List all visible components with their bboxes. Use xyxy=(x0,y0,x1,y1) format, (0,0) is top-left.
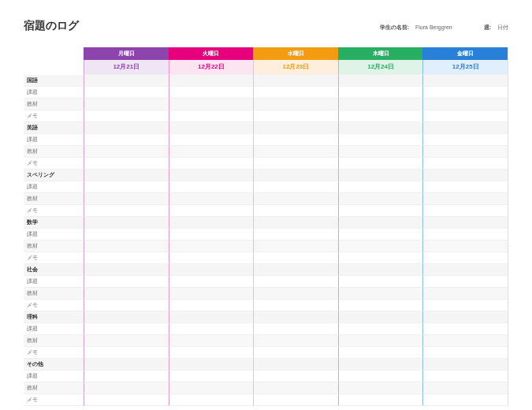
data-cell[interactable] xyxy=(169,158,254,170)
data-cell[interactable] xyxy=(253,134,338,146)
data-cell[interactable] xyxy=(338,288,423,300)
data-cell[interactable] xyxy=(422,193,508,205)
data-cell[interactable] xyxy=(169,371,254,382)
data-cell[interactable] xyxy=(338,193,423,205)
data-cell[interactable] xyxy=(338,229,423,240)
data-cell[interactable] xyxy=(84,240,169,252)
data-cell[interactable] xyxy=(422,99,508,110)
data-cell[interactable] xyxy=(84,382,169,394)
data-cell[interactable] xyxy=(84,205,169,217)
data-cell[interactable] xyxy=(338,181,423,193)
data-cell[interactable] xyxy=(169,240,254,252)
data-cell[interactable] xyxy=(338,205,423,217)
data-cell[interactable] xyxy=(338,99,423,110)
data-cell[interactable] xyxy=(84,288,169,300)
data-cell[interactable] xyxy=(169,134,254,146)
data-cell[interactable] xyxy=(253,347,338,359)
data-cell[interactable] xyxy=(422,134,508,146)
data-cell[interactable] xyxy=(169,323,254,335)
data-cell[interactable] xyxy=(338,276,423,288)
data-cell[interactable] xyxy=(422,323,508,335)
data-cell[interactable] xyxy=(253,394,338,406)
data-cell[interactable] xyxy=(84,300,169,311)
data-cell[interactable] xyxy=(84,276,169,288)
data-cell[interactable] xyxy=(169,276,254,288)
data-cell[interactable] xyxy=(253,99,338,110)
data-cell[interactable] xyxy=(169,99,254,110)
data-cell[interactable] xyxy=(84,146,169,158)
data-cell[interactable] xyxy=(253,146,338,158)
data-cell[interactable] xyxy=(338,110,423,122)
data-cell[interactable] xyxy=(84,87,169,99)
data-cell[interactable] xyxy=(169,288,254,300)
data-cell[interactable] xyxy=(422,229,508,240)
data-cell[interactable] xyxy=(422,300,508,311)
data-cell[interactable] xyxy=(253,323,338,335)
data-cell[interactable] xyxy=(253,371,338,382)
data-cell[interactable] xyxy=(422,110,508,122)
data-cell[interactable] xyxy=(422,276,508,288)
data-cell[interactable] xyxy=(338,335,423,347)
data-cell[interactable] xyxy=(422,394,508,406)
data-cell[interactable] xyxy=(338,146,423,158)
data-cell[interactable] xyxy=(338,252,423,264)
data-cell[interactable] xyxy=(169,181,254,193)
data-cell[interactable] xyxy=(253,229,338,240)
data-cell[interactable] xyxy=(169,87,254,99)
data-cell[interactable] xyxy=(84,323,169,335)
data-cell[interactable] xyxy=(253,205,338,217)
data-cell[interactable] xyxy=(338,134,423,146)
data-cell[interactable] xyxy=(253,382,338,394)
data-cell[interactable] xyxy=(169,146,254,158)
data-cell[interactable] xyxy=(253,193,338,205)
data-cell[interactable] xyxy=(422,205,508,217)
data-cell[interactable] xyxy=(84,158,169,170)
data-cell[interactable] xyxy=(422,240,508,252)
data-cell[interactable] xyxy=(84,134,169,146)
data-cell[interactable] xyxy=(422,158,508,170)
data-cell[interactable] xyxy=(422,252,508,264)
data-cell[interactable] xyxy=(253,240,338,252)
data-cell[interactable] xyxy=(169,300,254,311)
data-cell[interactable] xyxy=(253,87,338,99)
data-cell[interactable] xyxy=(84,193,169,205)
data-cell[interactable] xyxy=(169,193,254,205)
data-cell[interactable] xyxy=(84,99,169,110)
data-cell[interactable] xyxy=(338,394,423,406)
data-cell[interactable] xyxy=(422,87,508,99)
data-cell[interactable] xyxy=(338,300,423,311)
data-cell[interactable] xyxy=(338,382,423,394)
data-cell[interactable] xyxy=(253,288,338,300)
data-cell[interactable] xyxy=(169,347,254,359)
data-cell[interactable] xyxy=(338,158,423,170)
data-cell[interactable] xyxy=(84,347,169,359)
data-cell[interactable] xyxy=(422,288,508,300)
data-cell[interactable] xyxy=(84,229,169,240)
data-cell[interactable] xyxy=(253,252,338,264)
data-cell[interactable] xyxy=(253,335,338,347)
data-cell[interactable] xyxy=(84,110,169,122)
data-cell[interactable] xyxy=(84,335,169,347)
data-cell[interactable] xyxy=(422,382,508,394)
data-cell[interactable] xyxy=(169,205,254,217)
data-cell[interactable] xyxy=(253,181,338,193)
data-cell[interactable] xyxy=(169,110,254,122)
data-cell[interactable] xyxy=(338,240,423,252)
data-cell[interactable] xyxy=(422,371,508,382)
data-cell[interactable] xyxy=(422,335,508,347)
data-cell[interactable] xyxy=(169,252,254,264)
data-cell[interactable] xyxy=(253,158,338,170)
data-cell[interactable] xyxy=(84,394,169,406)
data-cell[interactable] xyxy=(253,300,338,311)
data-cell[interactable] xyxy=(422,146,508,158)
data-cell[interactable] xyxy=(253,276,338,288)
data-cell[interactable] xyxy=(253,110,338,122)
data-cell[interactable] xyxy=(169,229,254,240)
data-cell[interactable] xyxy=(338,323,423,335)
data-cell[interactable] xyxy=(169,382,254,394)
data-cell[interactable] xyxy=(422,181,508,193)
data-cell[interactable] xyxy=(84,371,169,382)
data-cell[interactable] xyxy=(422,347,508,359)
data-cell[interactable] xyxy=(84,252,169,264)
data-cell[interactable] xyxy=(169,335,254,347)
